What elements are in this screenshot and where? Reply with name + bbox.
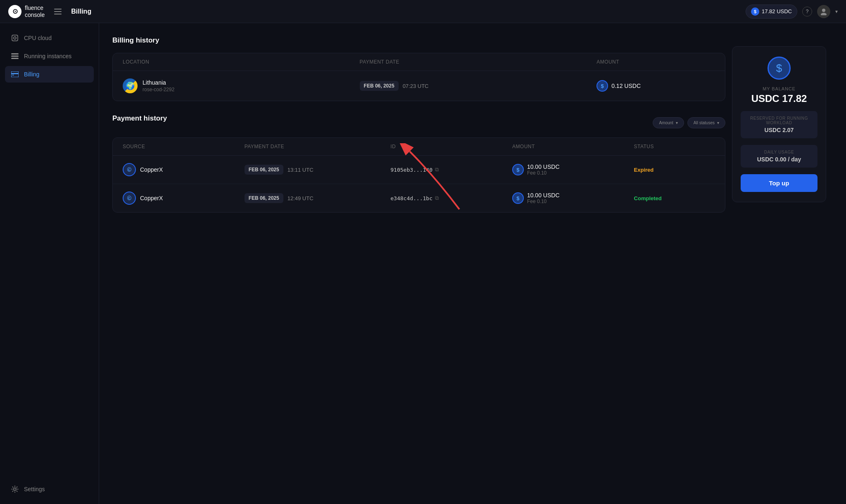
main-content: Billing history Location Payment date Am… [99,23,846,504]
payment-id2: e348c4d...1bc [390,195,433,201]
payment-amount-value1: 10.00 USDC [527,163,560,170]
billing-date-badge: FEB 06, 2025 [360,81,399,91]
svg-rect-11 [11,73,19,74]
billing-icon [11,70,19,78]
payment-row1-id: 9105eb3...140 ⧉ [390,166,512,173]
sidebar-label-running-instances: Running instances [24,53,71,59]
amount-filter-chevron: ▾ [676,121,678,125]
balance-badge-amount: 17.82 USDC [762,8,792,14]
layout: CPU cloud Running instances [0,23,846,504]
payment-time2: 12:49 UTC [288,195,314,201]
payment-row2-status: Completed [634,194,715,202]
amount-filter-label: Amount [659,121,673,125]
svg-point-3 [822,9,825,12]
running-instances-icon [11,52,19,60]
col-header-location: Location [123,59,360,65]
table-row: © CopperX FEB 06, 2025 13:11 UTC 9105eb3… [113,156,725,184]
balance-card-icon: $ [768,57,791,80]
sidebar-nav: CPU cloud Running instances [0,30,99,83]
help-button[interactable]: ? [802,7,812,17]
my-balance-label: MY BALANCE [751,86,807,91]
payment-row2-amount: $ 10.00 USDC Fee 0.10 [512,192,634,204]
billing-history-table: Location Payment date Amount 🌍 Lithuania [112,53,725,101]
sidebar-item-settings[interactable]: Settings [5,481,94,497]
payment-id1: 9105eb3...140 [390,167,433,173]
source-icon-copperx2: © [123,192,136,205]
svg-rect-1 [54,11,62,12]
svg-rect-0 [54,9,62,9]
payment-time1: 13:11 UTC [288,167,314,173]
svg-rect-8 [11,56,19,57]
right-panel: $ MY BALANCE USDC 17.82 RESERVED FOR RUN… [725,36,833,226]
reserved-label: RESERVED FOR RUNNING WORKLOAD [747,116,811,125]
reserved-workload-section: RESERVED FOR RUNNING WORKLOAD USDC 2.07 [741,111,817,138]
payment-fee1: Fee 0.10 [527,170,560,176]
col-header-payment-date: Payment date [360,59,597,65]
settings-icon [11,485,19,493]
payment-row2-id: e348c4d...1bc ⧉ [390,195,512,201]
sidebar-label-cpu-cloud: CPU cloud [24,35,52,41]
balance-badge[interactable]: $ 17.82 USDC [746,5,797,19]
payment-amount-icon1: $ [512,164,524,175]
topbar-right: $ 17.82 USDC ? ▾ [746,5,838,19]
logo: ⊙ fluenceconsole [8,5,45,19]
location-id: rose-cod-2292 [143,87,174,92]
payment-date-badge2: FEB 06, 2025 [245,193,283,203]
daily-usage-value: USDC 0.00 / day [747,156,811,163]
billing-row-amount: $ 0.12 USDC [596,80,715,92]
payment-row1-status: Expired [634,166,715,173]
status-badge-completed: Completed [634,195,662,201]
billing-row-location: 🌍 Lithuania rose-cod-2292 [123,78,360,93]
svg-point-6 [14,37,16,39]
source-name2: CopperX [140,195,163,201]
payment-row1-amount: $ 10.00 USDC Fee 0.10 [512,163,634,176]
billing-amount-value: 0.12 USDC [611,83,641,89]
location-name: Lithuania [143,79,174,86]
sidebar-item-cpu-cloud[interactable]: CPU cloud [5,30,94,46]
billing-history-title: Billing history [112,36,725,45]
svg-rect-7 [11,53,19,54]
cpu-cloud-icon [11,34,19,42]
sidebar: CPU cloud Running instances [0,23,99,504]
logo-text: fluenceconsole [25,5,45,19]
col-header-amt: Amount [512,144,634,149]
payment-row1-date: FEB 06, 2025 13:11 UTC [245,165,391,175]
billing-history-section: Billing history Location Payment date Am… [112,36,725,101]
col-header-id: ID [390,144,512,149]
billing-row-date: FEB 06, 2025 07:23 UTC [360,81,597,91]
source-icon-copperx1: © [123,163,136,176]
payment-fee2: Fee 0.10 [527,199,560,204]
billing-amount-icon: $ [596,80,608,92]
copy-icon2[interactable]: ⧉ [435,195,439,201]
svg-rect-9 [11,58,19,59]
sidebar-item-running-instances[interactable]: Running instances [5,48,94,64]
avatar [817,5,830,18]
balance-info: MY BALANCE USDC 17.82 [751,86,807,104]
sidebar-label-settings: Settings [24,486,45,492]
user-dropdown-arrow[interactable]: ▾ [835,9,838,14]
logo-icon: ⊙ [8,5,21,18]
sidebar-item-billing[interactable]: Billing [5,66,94,83]
svg-rect-2 [54,14,62,14]
svg-rect-12 [12,75,14,76]
status-filter-chevron: ▾ [717,121,719,125]
billing-time: 07:23 UTC [403,83,429,89]
daily-usage-label: DAILY USAGE [747,150,811,154]
col-header-source: Source [123,144,245,149]
svg-rect-5 [12,35,18,41]
source-name1: CopperX [140,166,163,173]
sidebar-toggle-button[interactable] [51,5,64,18]
topup-button[interactable]: Top up [741,174,817,192]
payment-history-section: Payment history Amount ▾ All statuses ▾ [112,114,725,213]
copy-icon1[interactable]: ⧉ [435,166,439,173]
payment-amount-value2: 10.00 USDC [527,192,560,199]
daily-usage-section: DAILY USAGE USDC 0.00 / day [741,145,817,168]
svg-rect-10 [11,71,19,77]
balance-card: $ MY BALANCE USDC 17.82 RESERVED FOR RUN… [732,46,826,202]
table-row: © CopperX FEB 06, 2025 12:49 UTC e348c4d… [113,184,725,212]
svg-point-13 [14,488,16,490]
amount-filter-button[interactable]: Amount ▾ [653,117,684,128]
sidebar-bottom: Settings [0,481,99,497]
status-filter-button[interactable]: All statuses ▾ [687,117,725,128]
topbar: ⊙ fluenceconsole Billing $ 17.82 USDC ? … [0,0,846,23]
